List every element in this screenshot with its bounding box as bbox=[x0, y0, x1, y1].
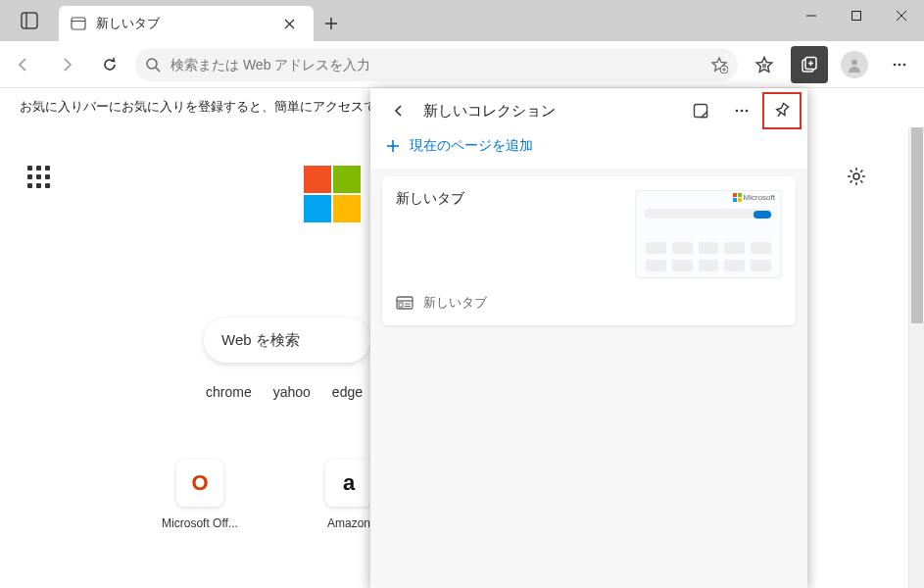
app-launcher-icon[interactable] bbox=[27, 166, 50, 188]
svg-point-26 bbox=[903, 63, 906, 66]
toolbar bbox=[0, 41, 924, 88]
add-page-label: 現在のページを追加 bbox=[410, 137, 533, 155]
panel-title: 新しいコレクション bbox=[423, 102, 676, 121]
refresh-button[interactable] bbox=[92, 47, 127, 82]
amazon-icon: a bbox=[325, 460, 372, 507]
more-button[interactable] bbox=[881, 46, 918, 83]
svg-point-30 bbox=[741, 110, 744, 113]
window-maximize-button[interactable] bbox=[834, 0, 879, 31]
address-input[interactable] bbox=[170, 57, 701, 73]
svg-point-12 bbox=[147, 59, 157, 69]
titlebar: 新しいタブ bbox=[0, 0, 924, 41]
quick-links: chrome yahoo edge bbox=[206, 384, 363, 400]
page-icon bbox=[396, 296, 413, 310]
plus-icon bbox=[386, 139, 400, 153]
svg-line-13 bbox=[156, 68, 160, 72]
quick-link[interactable]: edge bbox=[332, 384, 363, 400]
microsoft-logo bbox=[304, 166, 361, 222]
page-search-box[interactable]: Web を検索 bbox=[204, 318, 370, 363]
office-icon: O bbox=[176, 460, 223, 507]
card-title: 新しいタブ bbox=[396, 190, 623, 278]
add-note-button[interactable] bbox=[684, 94, 717, 127]
tile-microsoft-office[interactable]: O Microsoft Off... bbox=[155, 460, 245, 530]
forward-button[interactable] bbox=[49, 47, 84, 82]
collections-button[interactable] bbox=[791, 46, 828, 83]
collections-panel: 新しいコレクション 現在のページを追加 新しいタブ Microsoft 新しいタ… bbox=[370, 88, 807, 588]
panel-more-button[interactable] bbox=[725, 94, 758, 127]
svg-rect-36 bbox=[399, 303, 403, 307]
tile-label: Amazon bbox=[327, 516, 370, 530]
svg-point-25 bbox=[899, 63, 901, 66]
search-icon bbox=[145, 57, 161, 73]
page-settings-button[interactable] bbox=[846, 166, 867, 187]
tab-close-button[interactable] bbox=[278, 13, 300, 34]
tab-actions-button[interactable] bbox=[15, 6, 44, 35]
add-favorite-icon[interactable] bbox=[710, 56, 728, 74]
page-search-placeholder: Web を検索 bbox=[221, 331, 300, 350]
card-thumbnail: Microsoft bbox=[635, 190, 782, 278]
svg-rect-2 bbox=[72, 18, 85, 29]
svg-rect-0 bbox=[22, 13, 37, 28]
svg-point-24 bbox=[894, 63, 897, 66]
quick-link[interactable]: yahoo bbox=[273, 384, 311, 400]
pin-icon[interactable] bbox=[773, 102, 791, 120]
svg-point-31 bbox=[746, 110, 749, 113]
avatar-icon bbox=[841, 51, 868, 78]
collection-card[interactable]: 新しいタブ Microsoft 新しいタブ bbox=[382, 176, 796, 325]
favorites-button[interactable] bbox=[746, 46, 783, 83]
svg-rect-9 bbox=[852, 12, 861, 21]
svg-point-29 bbox=[736, 110, 739, 113]
profile-button[interactable] bbox=[836, 46, 873, 83]
svg-point-27 bbox=[853, 173, 859, 179]
address-bar[interactable] bbox=[135, 48, 738, 81]
browser-tab[interactable]: 新しいタブ bbox=[59, 6, 314, 41]
scrollbar-thumb[interactable] bbox=[911, 127, 923, 323]
tile-label: Microsoft Off... bbox=[162, 516, 238, 530]
back-button[interactable] bbox=[6, 47, 41, 82]
tab-title: 新しいタブ bbox=[96, 15, 160, 32]
vertical-scrollbar[interactable] bbox=[908, 127, 924, 588]
card-source: 新しいタブ bbox=[423, 294, 487, 312]
new-tab-button[interactable] bbox=[314, 6, 349, 41]
add-current-page-button[interactable]: 現在のページを追加 bbox=[370, 133, 807, 169]
window-close-button[interactable] bbox=[879, 0, 924, 31]
window-minimize-button[interactable] bbox=[789, 0, 834, 31]
panel-back-button[interactable] bbox=[382, 94, 415, 127]
quick-link[interactable]: chrome bbox=[206, 384, 252, 400]
tab-icon bbox=[71, 16, 86, 31]
pin-button-highlight bbox=[762, 92, 802, 129]
svg-point-23 bbox=[851, 59, 857, 65]
